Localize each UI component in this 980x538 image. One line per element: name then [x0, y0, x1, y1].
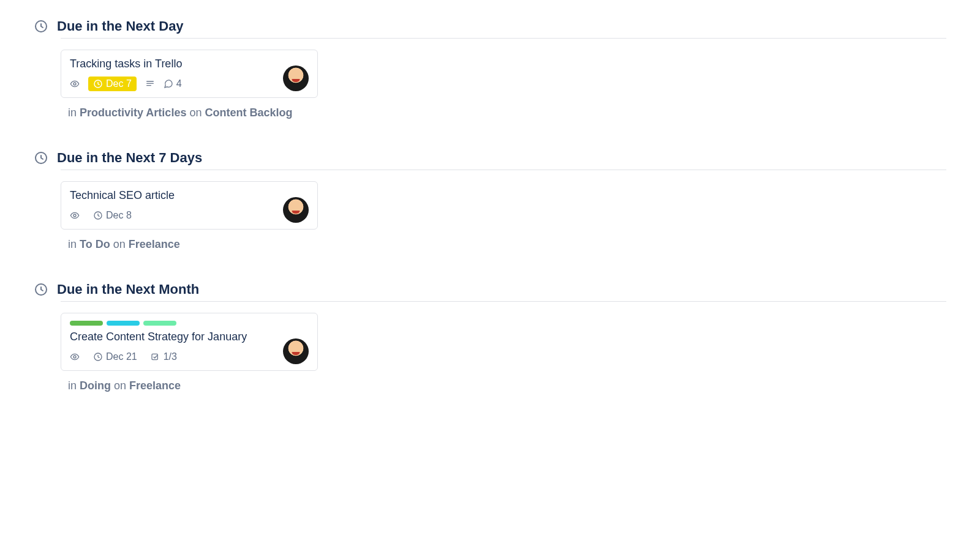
- label-pill[interactable]: [143, 321, 176, 326]
- due-section: Due in the Next MonthCreate Content Stra…: [34, 282, 946, 392]
- member-avatar[interactable]: [283, 65, 309, 91]
- list-link[interactable]: Doing: [80, 379, 111, 392]
- description-icon: [145, 79, 155, 89]
- due-clock-icon: [93, 79, 103, 89]
- comments-badge: 4: [164, 78, 182, 89]
- card-location: in Productivity Articles on Content Back…: [68, 106, 946, 119]
- task-card[interactable]: Tracking tasks in TrelloDec 74: [61, 50, 318, 98]
- clock-icon: [34, 151, 48, 165]
- label-pill[interactable]: [107, 321, 140, 326]
- list-link[interactable]: To Do: [80, 238, 110, 250]
- clock-icon: [34, 282, 48, 297]
- card-title: Create Content Strategy for January: [70, 331, 309, 343]
- due-section: Due in the Next DayTracking tasks in Tre…: [34, 18, 946, 119]
- due-clock-icon: [93, 211, 103, 220]
- checklist-badge: 1/3: [151, 351, 177, 362]
- section-divider: [61, 170, 946, 170]
- watch-icon: [70, 211, 80, 220]
- svg-point-10: [74, 356, 76, 358]
- watch-badge: [70, 352, 80, 362]
- labels-row: [70, 321, 309, 326]
- task-card[interactable]: Technical SEO articleDec 8: [61, 181, 318, 230]
- description-badge: [145, 79, 155, 89]
- due-date-text: Dec 8: [106, 210, 132, 221]
- due-date-badge[interactable]: Dec 21: [88, 349, 142, 364]
- svg-point-7: [74, 214, 76, 217]
- section-header: Due in the Next Day: [34, 18, 946, 34]
- watch-badge: [70, 79, 80, 89]
- section-header: Due in the Next Month: [34, 282, 946, 297]
- board-link[interactable]: Freelance: [129, 238, 180, 250]
- due-date-text: Dec 7: [106, 78, 132, 89]
- due-date-badge[interactable]: Dec 8: [88, 208, 137, 223]
- card-location: in To Do on Freelance: [68, 238, 946, 251]
- card-location: in Doing on Freelance: [68, 379, 946, 392]
- due-date-text: Dec 21: [106, 351, 137, 362]
- clock-icon: [34, 19, 48, 34]
- checklist-icon: [151, 352, 160, 362]
- badges-row: Dec 8: [70, 208, 309, 223]
- svg-point-1: [74, 83, 76, 85]
- due-date-badge[interactable]: Dec 7: [88, 77, 137, 91]
- section-divider: [61, 38, 946, 39]
- section-title: Due in the Next 7 Days: [57, 150, 202, 166]
- label-pill[interactable]: [70, 321, 103, 326]
- member-avatar[interactable]: [283, 338, 309, 364]
- list-link[interactable]: Productivity Articles: [80, 106, 186, 119]
- checklist-count: 1/3: [164, 351, 177, 362]
- card-title: Tracking tasks in Trello: [70, 58, 309, 70]
- board-link[interactable]: Content Backlog: [205, 106, 292, 119]
- section-title: Due in the Next Day: [57, 18, 184, 34]
- task-card[interactable]: Create Content Strategy for JanuaryDec 2…: [61, 313, 318, 371]
- due-section: Due in the Next 7 DaysTechnical SEO arti…: [34, 150, 946, 251]
- watch-icon: [70, 79, 80, 89]
- member-avatar[interactable]: [283, 197, 309, 223]
- board-link[interactable]: Freelance: [129, 379, 181, 392]
- comment-icon: [164, 79, 173, 89]
- due-clock-icon: [93, 352, 103, 362]
- section-divider: [61, 301, 946, 302]
- badges-row: Dec 211/3: [70, 349, 309, 364]
- section-title: Due in the Next Month: [57, 282, 199, 297]
- watch-badge: [70, 211, 80, 220]
- watch-icon: [70, 352, 80, 362]
- svg-rect-12: [152, 354, 157, 359]
- section-header: Due in the Next 7 Days: [34, 150, 946, 166]
- badges-row: Dec 74: [70, 77, 309, 91]
- card-title: Technical SEO article: [70, 189, 309, 202]
- comments-count: 4: [176, 78, 182, 89]
